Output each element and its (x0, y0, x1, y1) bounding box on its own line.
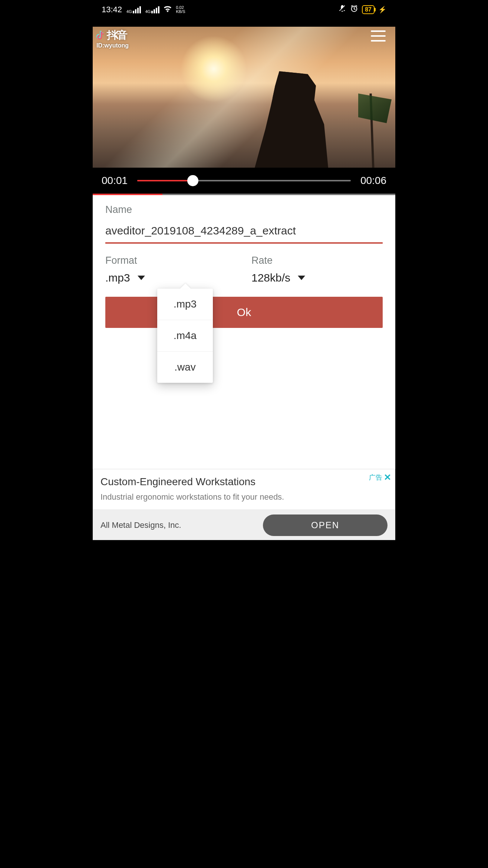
mute-icon (338, 4, 346, 15)
network-type-2: 4G (145, 10, 151, 13)
extract-form: Name Format .mp3 Rate 128kb/s Ok (93, 194, 395, 328)
current-time: 00:01 (102, 175, 128, 187)
charging-icon: ⚡ (378, 6, 386, 14)
menu-icon[interactable] (371, 30, 386, 42)
buffer-bar (93, 194, 395, 195)
alarm-icon (350, 4, 358, 15)
network-type-1: 4G (126, 10, 132, 13)
douyin-icon (96, 30, 105, 40)
duration: 00:06 (360, 175, 386, 187)
format-option-wav[interactable]: .wav (157, 352, 213, 383)
video-player[interactable]: 抖音 ID:wyutong 00:01 00:06 (93, 19, 395, 194)
network-rate: 0.02 KB/S (176, 6, 185, 14)
caret-down-icon (138, 276, 145, 280)
rate-label: Rate (251, 255, 383, 266)
seek-thumb[interactable] (187, 175, 198, 186)
ad-close-icon[interactable]: ✕ (384, 472, 391, 483)
back-icon[interactable] (111, 27, 122, 43)
format-label: Format (105, 255, 237, 266)
caret-down-icon (298, 276, 305, 280)
rate-value: 128kb/s (251, 272, 290, 284)
video-controls: 00:01 00:06 (93, 168, 395, 194)
ad-open-button[interactable]: OPEN (263, 514, 388, 536)
name-label: Name (105, 204, 383, 216)
ad-badge: 广告 (369, 473, 382, 482)
seek-bar[interactable] (137, 180, 351, 181)
status-time: 13:42 (102, 5, 122, 14)
ad-title[interactable]: Custom-Engineered Workstations (100, 476, 388, 488)
name-input[interactable] (105, 221, 383, 244)
ad-subtitle: Industrial ergonomic workstations to fit… (100, 492, 388, 502)
format-select[interactable]: .mp3 (105, 272, 237, 284)
ok-button[interactable]: Ok (105, 297, 383, 328)
format-option-m4a[interactable]: .m4a (157, 320, 213, 352)
format-value: .mp3 (105, 272, 130, 284)
status-bar: 13:42 4G 4G 0.02 KB/S (93, 0, 395, 19)
ad-company: All Metal Designs, Inc. (100, 520, 181, 530)
signal-icon-2 (151, 6, 159, 13)
app-screen: 13:42 4G 4G 0.02 KB/S (93, 0, 395, 540)
signal-icon (133, 6, 141, 13)
ad-banner: 广告 ✕ Custom-Engineered Workstations Indu… (93, 469, 395, 540)
battery-indicator: 87 (362, 5, 375, 14)
rate-select[interactable]: 128kb/s (251, 272, 383, 284)
format-dropdown: .mp3 .m4a .wav (157, 289, 213, 383)
wifi-icon (163, 5, 172, 14)
format-option-mp3[interactable]: .mp3 (157, 289, 213, 320)
